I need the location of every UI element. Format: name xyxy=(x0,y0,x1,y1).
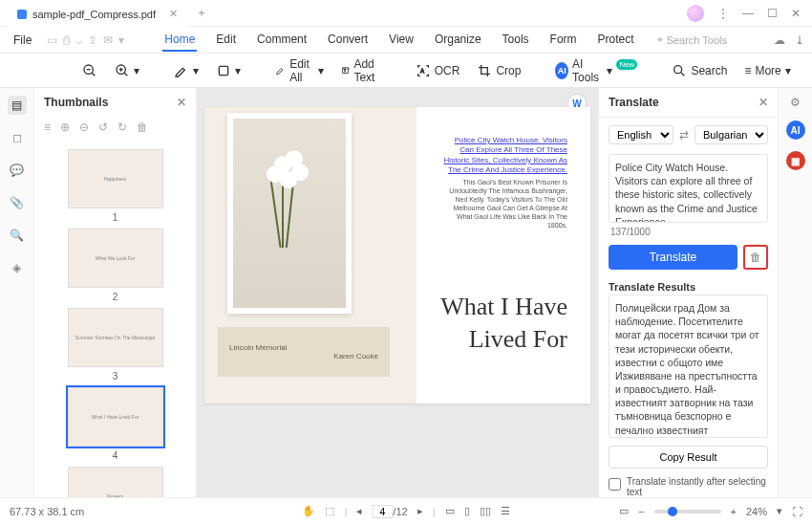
maximize-button[interactable]: ☐ xyxy=(767,7,778,20)
sidebar-bookmarks[interactable]: ◻ xyxy=(8,128,27,147)
sidebar-comments[interactable]: 💬 xyxy=(8,161,27,180)
search-button[interactable]: Search xyxy=(666,59,733,82)
two-page-icon[interactable]: ▯▯ xyxy=(480,505,491,517)
selected-text[interactable]: Police City Watch House. Visitors Can Ex… xyxy=(439,136,567,176)
open-icon[interactable]: ▭ xyxy=(47,33,57,47)
translate-close-icon[interactable]: ✕ xyxy=(759,96,768,109)
add-text-button[interactable]: TAdd Text xyxy=(335,54,387,88)
svg-line-4 xyxy=(124,73,127,76)
caption-card: Lincoln Memorial Karen Cooke xyxy=(218,327,390,377)
zoom-in-button[interactable]: ▾ xyxy=(109,59,145,82)
more-button[interactable]: ≡More▾ xyxy=(738,60,796,81)
body-text: This Gaol's Best Known Prisoner Is Undou… xyxy=(439,178,567,230)
thumb-rotate-l-icon[interactable]: ↺ xyxy=(98,120,108,134)
minimize-button[interactable]: — xyxy=(742,7,754,20)
swap-languages-icon[interactable]: ⇄ xyxy=(679,128,689,142)
dropdown-icon[interactable]: ▾ xyxy=(118,33,124,47)
thumb-rotate-r-icon[interactable]: ↻ xyxy=(118,120,127,134)
svg-line-1 xyxy=(92,73,95,76)
menu-home[interactable]: Home xyxy=(162,29,197,52)
fit-width-icon[interactable]: ▭ xyxy=(445,505,455,517)
translate-title: Translate xyxy=(609,96,659,109)
svg-line-14 xyxy=(681,73,684,76)
sidebar-layers[interactable]: ◈ xyxy=(8,258,27,277)
page-number-input[interactable] xyxy=(372,505,393,518)
menu-form[interactable]: Form xyxy=(548,29,579,52)
ai-orb-icon[interactable] xyxy=(687,5,704,22)
wand-icon: ⌖ xyxy=(657,33,663,46)
menu-protect[interactable]: Protect xyxy=(596,29,636,52)
search-tools-label: Search Tools xyxy=(667,34,727,46)
next-page-icon[interactable]: ▸ xyxy=(417,505,423,517)
ai-assistant-icon[interactable]: AI xyxy=(786,120,805,140)
ai-tools-button[interactable]: AIAI Tools▾New xyxy=(549,54,643,88)
zoom-out-button[interactable] xyxy=(76,59,103,82)
sidebar-attachments[interactable]: 📎 xyxy=(8,193,27,212)
fit-page-icon[interactable]: ▯ xyxy=(464,505,470,517)
thumbnail-page-4[interactable]: What I Have Lived For4 xyxy=(68,387,163,461)
ocr-button[interactable]: AOCR xyxy=(410,59,466,82)
menu-convert[interactable]: Convert xyxy=(326,29,370,52)
translate-button[interactable]: Translate xyxy=(609,245,737,270)
translate-result[interactable]: Полицейски град Дом за наблюдение. Посет… xyxy=(609,295,768,438)
print-icon[interactable]: ⌵ xyxy=(75,33,82,47)
new-tab-button[interactable]: ＋ xyxy=(191,3,212,24)
sidebar-search[interactable]: 🔍 xyxy=(8,226,27,245)
menu-view[interactable]: View xyxy=(387,29,416,52)
thumbnails-title: Thumbnails xyxy=(44,96,108,109)
file-menu[interactable]: File xyxy=(8,33,37,47)
ai-icon: AI xyxy=(555,62,568,79)
app-badge-icon[interactable]: ▦ xyxy=(786,151,805,170)
zoom-value[interactable]: 24% xyxy=(746,506,767,517)
menu-edit[interactable]: Edit xyxy=(214,29,238,52)
thumb-zoomout-icon[interactable]: ⊖ xyxy=(79,120,89,134)
search-tools[interactable]: ⌖ Search Tools xyxy=(657,33,727,46)
page-view[interactable]: Lincoln Memorial Karen Cooke Police City… xyxy=(204,107,590,404)
menu-tools[interactable]: Tools xyxy=(501,29,531,52)
bell-icon[interactable]: ⤓ xyxy=(795,33,804,47)
hand-tool-icon[interactable]: ✋ xyxy=(302,505,315,517)
thumbnail-page-3[interactable]: Summer Sunrises On The Mississippi3 xyxy=(68,308,163,382)
kebab-icon[interactable]: ⋮ xyxy=(717,7,729,20)
source-language-select[interactable]: English xyxy=(609,125,673,144)
caption-top: Lincoln Memorial xyxy=(229,343,378,352)
settings-icon[interactable]: ⚙ xyxy=(790,96,801,109)
crop-button[interactable]: Crop xyxy=(471,59,526,82)
thumb-zoomin-icon[interactable]: ⊕ xyxy=(60,120,70,134)
delete-translation-button[interactable]: 🗑 xyxy=(743,245,768,270)
zoom-out-icon[interactable]: − xyxy=(638,506,644,517)
tab-close-icon[interactable]: ✕ xyxy=(169,8,178,20)
svg-point-13 xyxy=(674,65,682,73)
zoom-slider[interactable] xyxy=(654,510,721,513)
zoom-in-icon[interactable]: + xyxy=(731,506,737,517)
menu-organize[interactable]: Organize xyxy=(433,29,483,52)
select-tool-icon[interactable]: ⬚ xyxy=(325,505,334,517)
thumbnail-page-1[interactable]: Happiness1 xyxy=(68,149,163,223)
continuous-icon[interactable]: ☰ xyxy=(501,505,510,517)
fullscreen-icon[interactable]: ⛶ xyxy=(792,506,802,517)
translate-input[interactable]: Police City Watch House. Visitors can ex… xyxy=(609,154,768,223)
document-tab[interactable]: sample-pdf_Compress.pdf ✕ xyxy=(8,4,187,27)
edit-all-button[interactable]: Edit All▾ xyxy=(269,54,330,88)
highlighter-button[interactable]: ▾ xyxy=(168,59,204,82)
share-icon[interactable]: ⇪ xyxy=(88,33,97,47)
copy-result-button[interactable]: Copy Result xyxy=(609,446,768,469)
thumb-delete-icon[interactable]: 🗑 xyxy=(137,120,148,134)
mail-icon[interactable]: ✉ xyxy=(103,33,113,47)
page-title: What I Have Lived For xyxy=(439,291,567,356)
instant-translate-checkbox[interactable] xyxy=(609,478,621,491)
shape-button[interactable]: ▾ xyxy=(210,59,246,82)
save-icon[interactable]: ⎙ xyxy=(63,33,70,47)
char-counter: 137/1000 xyxy=(599,225,778,239)
target-language-select[interactable]: Bulgarian xyxy=(694,125,768,144)
close-button[interactable]: ✕ xyxy=(791,7,801,20)
menu-comment[interactable]: Comment xyxy=(255,29,309,52)
thumbnails-close-icon[interactable]: ✕ xyxy=(177,96,186,109)
read-mode-icon[interactable]: ▭ xyxy=(619,505,629,517)
cloud-icon[interactable]: ☁ xyxy=(774,33,785,47)
sidebar-thumbnails[interactable]: ▤ xyxy=(8,96,27,115)
thumbnail-page-2[interactable]: What We Look For2 xyxy=(68,229,163,302)
tab-title: sample-pdf_Compress.pdf xyxy=(32,9,156,20)
prev-page-icon[interactable]: ◂ xyxy=(356,505,362,517)
thumb-list-icon[interactable]: ≡ xyxy=(44,120,51,134)
